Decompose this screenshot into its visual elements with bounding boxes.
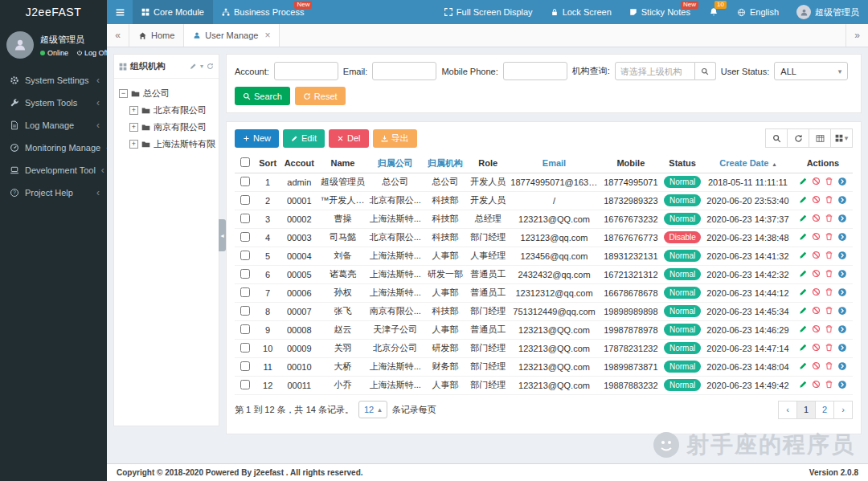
- disable-row-button[interactable]: [812, 251, 821, 259]
- edit-row-button[interactable]: [799, 269, 808, 278]
- refresh-icon[interactable]: [207, 63, 214, 70]
- expand-toggle-icon[interactable]: +: [129, 106, 138, 115]
- expand-toggle-icon[interactable]: +: [129, 123, 138, 132]
- row-checkbox[interactable]: [240, 306, 250, 316]
- table-row[interactable]: 700006孙权上海法斯特...人事部普通员工12312312@qq.com16…: [235, 283, 853, 302]
- select-all-checkbox[interactable]: [240, 157, 250, 167]
- nav-user-menu[interactable]: 超级管理员: [788, 0, 868, 24]
- page-number-button[interactable]: 1: [796, 401, 816, 419]
- expand-toggle-icon[interactable]: +: [129, 140, 138, 149]
- table-row[interactable]: 1200011小乔上海法斯特...人事部部门经理123213@QQ.com198…: [235, 376, 853, 394]
- chevron-down-icon[interactable]: ▾: [200, 63, 203, 70]
- delete-row-button[interactable]: [825, 361, 833, 370]
- nav-core-module[interactable]: Core Module: [133, 0, 213, 24]
- delete-row-button[interactable]: [825, 287, 833, 296]
- detail-row-button[interactable]: [837, 269, 847, 279]
- del-button[interactable]: Del: [329, 129, 369, 148]
- row-checkbox[interactable]: [240, 361, 250, 371]
- email-input[interactable]: [372, 62, 436, 80]
- delete-row-button[interactable]: [825, 214, 833, 222]
- page-prev-button[interactable]: ‹: [778, 401, 797, 419]
- edit-row-button[interactable]: [799, 287, 808, 296]
- row-checkbox[interactable]: [240, 324, 250, 334]
- tabs-scroll-left-button[interactable]: «: [107, 24, 129, 47]
- account-input[interactable]: [274, 62, 338, 80]
- detail-row-button[interactable]: [837, 287, 847, 297]
- table-row[interactable]: 800007张飞南京有限公...科技部部门经理751312449@qq.com1…: [235, 302, 853, 320]
- delete-row-button[interactable]: [825, 177, 833, 185]
- table-row[interactable]: 200001™开发人员4北京有限公...科技部开发人员/18732989323N…: [235, 191, 853, 210]
- detail-row-button[interactable]: [837, 195, 847, 205]
- table-row[interactable]: 1000009关羽北京分公司研发部部门经理123213@QQ.com178782…: [235, 339, 853, 357]
- disable-row-button[interactable]: [812, 343, 821, 352]
- disable-row-button[interactable]: [812, 269, 821, 278]
- app-logo[interactable]: J2eeFAST: [0, 0, 107, 24]
- sidebar-item-development-tool[interactable]: Development Tool‹: [0, 159, 107, 181]
- delete-row-button[interactable]: [825, 195, 833, 204]
- tab-home[interactable]: Home: [129, 24, 184, 47]
- delete-row-button[interactable]: [825, 324, 833, 333]
- delete-row-button[interactable]: [825, 232, 833, 241]
- table-refresh-button[interactable]: [787, 128, 809, 148]
- table-row[interactable]: 300002曹操上海法斯特...科技部总经理123213@QQ.com16767…: [235, 210, 853, 228]
- disable-row-button[interactable]: [812, 177, 821, 185]
- edit-row-button[interactable]: [799, 324, 808, 333]
- sidebar-item-project-help[interactable]: ?Project Help‹: [0, 181, 107, 204]
- delete-row-button[interactable]: [825, 251, 833, 259]
- table-columns-button[interactable]: [809, 128, 831, 148]
- disable-row-button[interactable]: [812, 232, 821, 241]
- table-search-toggle-button[interactable]: [765, 128, 788, 148]
- row-checkbox[interactable]: [240, 214, 250, 223]
- row-checkbox[interactable]: [240, 232, 250, 242]
- new-button[interactable]: New: [235, 129, 279, 148]
- page-number-button[interactable]: 2: [815, 401, 834, 419]
- panel-collapse-handle[interactable]: ◂: [219, 219, 226, 251]
- row-checkbox[interactable]: [240, 195, 250, 205]
- disable-row-button[interactable]: [812, 324, 821, 333]
- row-checkbox[interactable]: [240, 343, 250, 353]
- detail-row-button[interactable]: [837, 177, 847, 186]
- user-status-select[interactable]: ALL ▾: [774, 62, 848, 80]
- page-size-select[interactable]: 12 ▴: [358, 401, 387, 418]
- edit-row-button[interactable]: [799, 232, 808, 241]
- edit-row-button[interactable]: [799, 195, 808, 204]
- detail-row-button[interactable]: [837, 361, 847, 371]
- delete-row-button[interactable]: [825, 380, 833, 389]
- tree-node[interactable]: +上海法斯特有限公...: [117, 136, 215, 153]
- tree-node[interactable]: +北京有限公司: [117, 102, 215, 119]
- row-checkbox[interactable]: [240, 177, 250, 186]
- tree-node[interactable]: −总公司: [117, 85, 215, 102]
- disable-row-button[interactable]: [812, 195, 821, 204]
- mobile-input[interactable]: [503, 62, 567, 80]
- row-checkbox[interactable]: [240, 287, 250, 297]
- org-search-button[interactable]: [695, 62, 716, 80]
- row-checkbox[interactable]: [240, 269, 250, 279]
- detail-row-button[interactable]: [837, 251, 847, 260]
- nav-full-screen[interactable]: Full Screen Display: [436, 0, 542, 24]
- delete-row-button[interactable]: [825, 343, 833, 352]
- detail-row-button[interactable]: [837, 343, 847, 353]
- column-header[interactable]: 归属机构: [424, 154, 467, 173]
- nav-notifications[interactable]: 10: [699, 0, 728, 24]
- edit-button[interactable]: Edit: [283, 129, 325, 148]
- edit-row-button[interactable]: [799, 306, 808, 315]
- disable-row-button[interactable]: [812, 361, 821, 370]
- table-row[interactable]: 400003司马懿北京有限公...科技部部门经理123123@qq.com187…: [235, 228, 853, 247]
- sidebar-toggle-button[interactable]: [107, 0, 133, 24]
- table-row[interactable]: 600005诸葛亮上海法斯特...研发一部普通员工2432432@qq.com1…: [235, 265, 853, 283]
- collapse-toggle-icon[interactable]: −: [119, 89, 128, 98]
- edit-row-button[interactable]: [799, 380, 808, 389]
- detail-row-button[interactable]: [837, 380, 847, 389]
- detail-row-button[interactable]: [837, 324, 847, 334]
- nav-language[interactable]: English: [728, 0, 788, 24]
- org-search-input[interactable]: [615, 62, 695, 80]
- edit-row-button[interactable]: [799, 251, 808, 259]
- column-header[interactable]: Email: [509, 154, 599, 173]
- edit-row-button[interactable]: [799, 177, 808, 185]
- export-button[interactable]: 导出: [373, 129, 417, 148]
- sidebar-item-system-settings[interactable]: System Settings‹: [0, 69, 107, 92]
- logoff-button[interactable]: Log Off: [76, 49, 108, 57]
- sidebar-item-log-manage[interactable]: Log Manage‹: [0, 114, 107, 137]
- column-header[interactable]: Create Date ▴: [702, 154, 792, 173]
- tree-node[interactable]: +南京有限公司: [117, 119, 215, 136]
